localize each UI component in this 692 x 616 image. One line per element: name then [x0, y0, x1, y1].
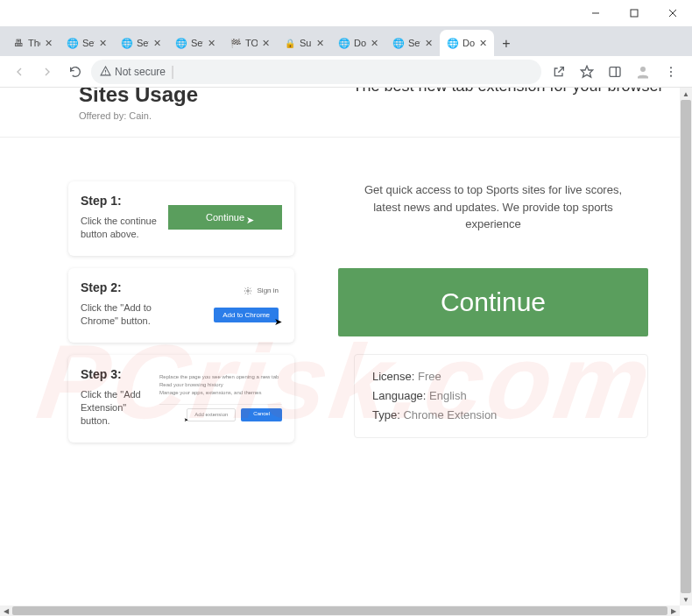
scrollbar-thumb[interactable] [12, 606, 667, 615]
steps-column: Step 1: Click the continue button above.… [68, 181, 294, 443]
horizontal-scrollbar[interactable]: ◀ ▶ [0, 605, 680, 616]
browser-tab-active[interactable]: 🌐Dov✕ [440, 30, 494, 56]
step1-visual-continue-button: Continue ➤ [168, 205, 282, 230]
browser-tab[interactable]: 🌐Setu✕ [60, 30, 114, 56]
window-maximize-button[interactable] [615, 0, 653, 26]
step2-visual-signin: Sign in [244, 287, 279, 295]
svg-point-12 [670, 74, 672, 76]
cursor-icon: ➤ [274, 316, 282, 328]
dialog-line: Read your browsing history [159, 381, 282, 389]
svg-point-10 [670, 67, 672, 68]
browser-tab[interactable]: 🌐Setu✕ [168, 30, 222, 56]
scroll-up-arrow-icon[interactable]: ▲ [680, 88, 692, 100]
gear-icon [244, 287, 252, 295]
main-column: Get quick access to top Sports sites for… [338, 181, 674, 443]
tab-close-icon[interactable]: ✕ [368, 37, 380, 49]
svg-point-9 [640, 67, 646, 72]
tab-close-icon[interactable]: ✕ [314, 37, 326, 49]
browser-toolbar: Not secure | [0, 56, 692, 88]
step-title: Step 2: [81, 280, 159, 294]
share-icon[interactable] [548, 61, 569, 82]
svg-point-11 [670, 70, 672, 72]
info-value: Chrome Extension [400, 408, 498, 421]
security-indicator[interactable]: Not secure [100, 66, 166, 78]
info-box: License: Free Language: English Type: Ch… [354, 354, 648, 438]
step-card: Step 1: Click the continue button above.… [68, 181, 294, 256]
globe-icon: 🌐 [67, 37, 79, 49]
svg-marker-6 [581, 66, 592, 77]
scroll-left-arrow-icon[interactable]: ◀ [0, 605, 12, 616]
brand-subtitle: Offered by: Cain. [79, 110, 342, 121]
sidepanel-icon[interactable] [604, 61, 625, 82]
globe-icon: 🌐 [175, 37, 187, 49]
scroll-down-arrow-icon[interactable]: ▼ [680, 593, 692, 605]
step2-visual-addchrome-button: Add to Chrome ➤ [214, 308, 279, 322]
profile-avatar-icon[interactable] [632, 61, 653, 82]
tab-close-icon[interactable]: ✕ [42, 37, 54, 49]
info-value: Free [414, 370, 441, 383]
window-close-button[interactable] [653, 0, 692, 26]
scrollbar-thumb[interactable] [681, 100, 691, 593]
browser-tab[interactable]: 🌐Dov✕ [331, 30, 385, 56]
tab-title: Setu [191, 38, 203, 48]
svg-point-13 [246, 289, 249, 292]
new-tab-button[interactable]: + [494, 32, 519, 56]
browser-tab[interactable]: 🖶The✕ [5, 30, 60, 56]
tab-title: Setu [137, 38, 149, 48]
back-button[interactable] [7, 60, 32, 84]
globe-icon: 🌐 [447, 37, 459, 49]
step-desc: Click the "Add Extension" button. [81, 388, 151, 428]
step-desc: Click the continue button above. [81, 215, 159, 242]
step3-visual-dialog: Replace the page you see when opening a … [159, 373, 282, 421]
tab-close-icon[interactable]: ✕ [422, 37, 434, 49]
tab-close-icon[interactable]: ✕ [96, 37, 109, 49]
svg-rect-7 [610, 67, 620, 76]
info-value: English [426, 389, 466, 402]
globe-icon: 🌐 [392, 37, 405, 49]
menu-kebab-icon[interactable] [660, 61, 681, 82]
tab-close-icon[interactable]: ✕ [477, 37, 489, 49]
browser-tab[interactable]: 🏁TOP✕ [222, 30, 277, 56]
tab-close-icon[interactable]: ✕ [151, 37, 163, 49]
step-title: Step 3: [81, 367, 151, 381]
step-card: Step 3: Click the "Add Extension" button… [68, 355, 294, 443]
tab-title: Setu [408, 38, 420, 48]
tab-close-icon[interactable]: ✕ [205, 37, 217, 49]
flag-icon: 🏁 [229, 37, 242, 49]
tab-close-icon[interactable]: ✕ [259, 37, 272, 49]
window-titlebar [0, 0, 692, 26]
forward-button[interactable] [35, 60, 60, 84]
step-card: Step 2: Click the "Add to Chrome" button… [68, 268, 294, 343]
tab-title: Dov [354, 38, 366, 48]
browser-tab[interactable]: 🌐Setu✕ [114, 30, 168, 56]
address-bar[interactable]: Not secure | [91, 60, 541, 84]
tab-title: Setu [82, 38, 95, 48]
bookmark-star-icon[interactable] [576, 61, 597, 82]
tab-title: Surv [300, 38, 312, 48]
svg-rect-1 [631, 10, 638, 17]
browser-tab[interactable]: 🌐Setu✕ [385, 30, 440, 56]
globe-icon: 🌐 [338, 37, 350, 49]
scroll-right-arrow-icon[interactable]: ▶ [667, 605, 680, 616]
signin-label: Sign in [258, 287, 279, 294]
step3-visual-cancel-button: Cancel [241, 408, 282, 421]
security-label: Not secure [115, 66, 166, 78]
cursor-icon: ➤ [246, 215, 254, 226]
tab-title: Dov [463, 38, 475, 48]
step2-visual-label: Add to Chrome [222, 311, 270, 319]
browser-tab[interactable]: 🔒Surv✕ [277, 30, 331, 56]
printer-icon: 🖶 [12, 37, 25, 49]
reload-button[interactable] [63, 60, 88, 84]
step-title: Step 1: [81, 194, 159, 208]
page-content: Sites Usage Offered by: Cain. The best n… [0, 88, 692, 605]
step-desc: Click the "Add to Chrome" button. [81, 301, 159, 329]
info-key: Language: [372, 389, 426, 402]
lock-red-icon: 🔒 [284, 37, 296, 49]
page-tagline: The best new tab extension for your brow… [342, 88, 674, 96]
vertical-scrollbar[interactable]: ▲ ▼ [680, 88, 692, 605]
window-minimize-button[interactable] [576, 0, 615, 26]
continue-button[interactable]: Continue [338, 268, 648, 336]
browser-tabstrip: 🖶The✕ 🌐Setu✕ 🌐Setu✕ 🌐Setu✕ 🏁TOP✕ 🔒Surv✕ … [0, 26, 692, 56]
globe-icon: 🌐 [121, 37, 133, 49]
tab-title: The [28, 38, 40, 48]
